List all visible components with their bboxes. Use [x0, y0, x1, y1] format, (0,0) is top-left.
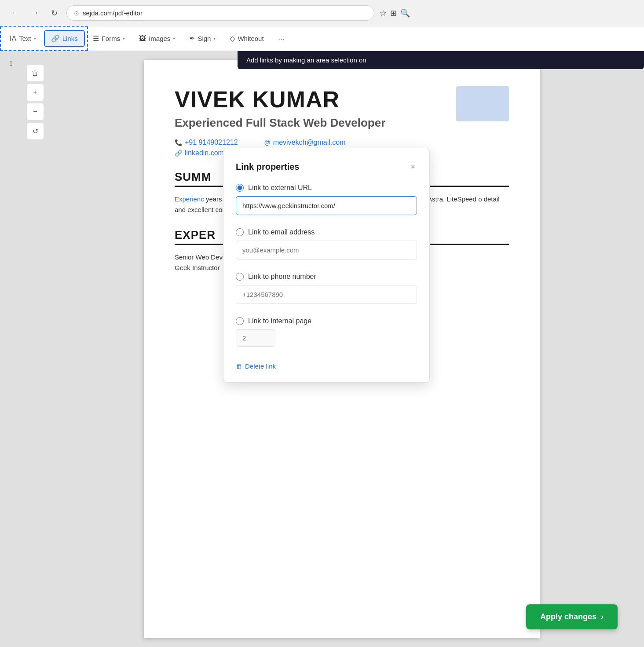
sign-tool-button[interactable]: ✒ Sign ▾ — [183, 31, 222, 46]
summary-highlight-1: Experienc — [175, 195, 204, 203]
pdf-wrapper: VIVEK KUMAR Experienced Full Stack Web D… — [22, 51, 644, 647]
text-icon: IA — [10, 35, 16, 43]
page-number: 1 — [9, 60, 13, 67]
delete-tool-button[interactable]: 🗑 — [26, 64, 44, 82]
dialog-header: Link properties × — [236, 161, 417, 173]
apply-changes-arrow: › — [601, 612, 604, 621]
apply-changes-button[interactable]: Apply changes › — [526, 604, 618, 629]
zoom-out-icon: − — [33, 108, 37, 116]
browser-actions: ☆ ⊞ 🔍 — [380, 8, 410, 18]
address-bar[interactable]: ⊙ sejda.com/pdf-editor — [66, 5, 374, 21]
external-url-radio[interactable] — [236, 184, 244, 192]
whiteout-label: Whiteout — [238, 35, 263, 42]
address-bar-icon: ⊙ — [74, 10, 79, 17]
left-tools: 🗑 + − ↺ — [26, 64, 44, 140]
sign-label: Sign — [198, 35, 211, 42]
internal-page-radio[interactable] — [236, 317, 244, 325]
phone-number: +91 9149021212 — [185, 139, 238, 146]
dialog-overlay: Link properties × Link to external URL — [223, 148, 430, 383]
dialog-footer: 🗑 Delete link — [236, 355, 417, 370]
internal-page-label: Link to internal page — [248, 317, 311, 325]
forward-button[interactable]: → — [27, 7, 42, 19]
internal-page-radio-label[interactable]: Link to internal page — [236, 317, 417, 325]
url-input[interactable] — [236, 196, 417, 215]
zoom-out-button[interactable]: − — [26, 103, 44, 121]
phone-group: Link to phone number — [236, 273, 417, 310]
whiteout-tool-button[interactable]: ◇ Whiteout — [223, 31, 270, 46]
email-radio-label[interactable]: Link to email address — [236, 228, 417, 236]
external-url-label: Link to external URL — [248, 184, 312, 192]
more-label: ⋯ — [278, 35, 285, 43]
links-tool-button[interactable]: 🔗 Links — [44, 30, 85, 47]
phone-icon: 📞 — [175, 139, 182, 146]
forms-tool-button[interactable]: ☰ Forms ▾ — [87, 31, 132, 46]
images-label: Images — [149, 35, 170, 42]
text-tool-button[interactable]: IA Text ▾ — [4, 31, 42, 46]
phone-input[interactable] — [236, 285, 417, 304]
links-label: Links — [62, 35, 78, 42]
more-tools-button[interactable]: ⋯ — [272, 31, 291, 46]
toolbar: IA Text ▾ 🔗 Links ☰ Forms ▾ 🖼 Images ▾ ✒… — [0, 26, 644, 51]
sign-icon: ✒ — [189, 34, 195, 43]
blue-decorative-box — [456, 86, 509, 121]
phone-radio-label[interactable]: Link to phone number — [236, 273, 417, 281]
url-text: sejda.com/pdf-editor — [83, 9, 143, 17]
internal-page-group: Link to internal page — [236, 317, 417, 347]
email-link-label: Link to email address — [248, 228, 315, 236]
browser-chrome: ← → ↻ ⊙ sejda.com/pdf-editor ☆ ⊞ 🔍 — [0, 0, 644, 26]
images-icon: 🖼 — [139, 35, 146, 43]
refresh-tool-button[interactable]: ↺ — [26, 122, 44, 140]
email-input[interactable] — [236, 241, 417, 260]
forms-icon: ☰ — [93, 34, 99, 43]
images-tool-button[interactable]: 🖼 Images ▾ — [133, 31, 181, 46]
zoom-in-button[interactable]: + — [26, 84, 44, 101]
apply-changes-label: Apply changes — [540, 612, 596, 621]
phone-radio[interactable] — [236, 273, 244, 281]
phone-link-label: Link to phone number — [248, 273, 316, 281]
pdf-document: VIVEK KUMAR Experienced Full Stack Web D… — [144, 60, 540, 638]
search-button[interactable]: 🔍 — [400, 8, 410, 18]
external-url-radio-label[interactable]: Link to external URL — [236, 184, 417, 192]
contact-row-1: 📞 +91 9149021212 @ mevivekch@gmail.com — [175, 139, 509, 146]
email-contact: @ mevivekch@gmail.com — [264, 139, 346, 146]
zoom-in-icon: + — [33, 88, 37, 96]
delete-link-label: Delete link — [245, 362, 276, 370]
page-sidebar: 1 — [0, 51, 22, 647]
email-address: mevivekch@gmail.com — [273, 139, 346, 146]
page-input[interactable] — [236, 329, 275, 347]
email-icon: @ — [264, 139, 271, 146]
email-radio[interactable] — [236, 228, 244, 236]
links-icon: 🔗 — [51, 34, 60, 43]
trash-icon: 🗑 — [236, 362, 242, 370]
dialog-close-button[interactable]: × — [409, 161, 417, 173]
tooltip-text: Add links by making an area selection on — [246, 56, 366, 64]
text-dropdown-arrow: ▾ — [34, 36, 36, 41]
external-url-group: Link to external URL — [236, 184, 417, 221]
refresh-icon: ↺ — [33, 127, 38, 135]
tooltip-bar: Add links by making an area selection on — [238, 51, 644, 69]
delete-icon: 🗑 — [32, 69, 39, 77]
linkedin-icon: 🔗 — [175, 150, 182, 157]
forms-label: Forms — [102, 35, 121, 42]
email-group: Link to email address — [236, 228, 417, 266]
dialog-title: Link properties — [236, 162, 299, 172]
refresh-button[interactable]: ↻ — [48, 7, 61, 20]
back-button[interactable]: ← — [7, 7, 22, 19]
link-properties-dialog: Link properties × Link to external URL — [223, 148, 430, 383]
sign-dropdown-arrow: ▾ — [213, 36, 216, 41]
tab-button[interactable]: ⊞ — [390, 8, 397, 18]
delete-link-button[interactable]: 🗑 Delete link — [236, 362, 276, 370]
star-button[interactable]: ☆ — [380, 8, 387, 18]
phone-contact: 📞 +91 9149021212 — [175, 139, 238, 146]
whiteout-icon: ◇ — [230, 34, 235, 43]
main-content: 1 🗑 + − ↺ VIVEK KUMAR Experienced Full S… — [0, 51, 644, 647]
images-dropdown-arrow: ▾ — [173, 36, 175, 41]
text-label: Text — [19, 35, 31, 42]
forms-dropdown-arrow: ▾ — [123, 36, 125, 41]
